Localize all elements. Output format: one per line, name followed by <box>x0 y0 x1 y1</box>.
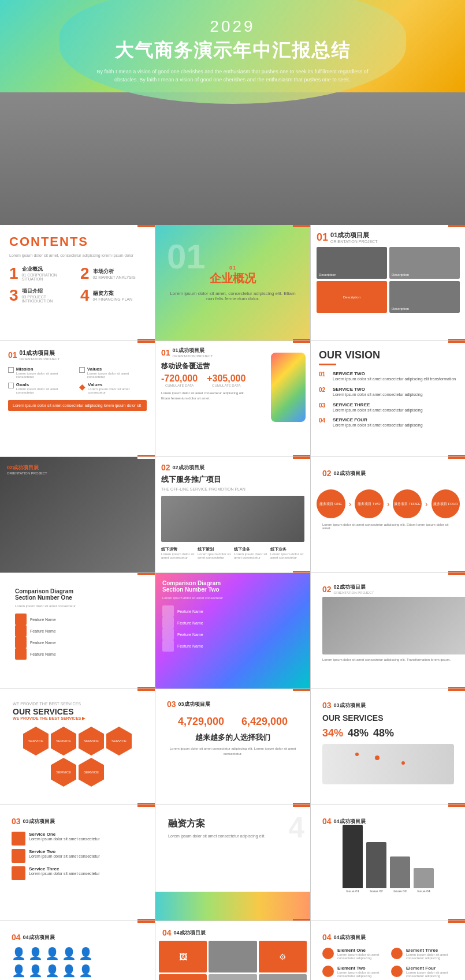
item-sub: 04 FINANCING PLAN <box>93 297 132 301</box>
element-icon <box>322 966 334 977</box>
offline-image <box>161 496 304 542</box>
corner-decoration <box>137 573 155 575</box>
item-number: 3 <box>9 287 18 304</box>
people-num: 03 <box>167 700 176 709</box>
bar-2 <box>366 842 386 888</box>
person-icon-gray: 👤 <box>28 964 43 978</box>
offline-num: 02 <box>161 463 170 472</box>
hero-year: 2029 <box>94 17 371 36</box>
elements-content: 04 04成功项目展 Element One Lorem ipsum dolor… <box>317 927 460 980</box>
map-dot <box>375 755 380 760</box>
feature-icon <box>15 625 27 637</box>
person-icon-gray: 👤 <box>12 964 26 978</box>
world-percentages: 34% 48% 48% <box>322 727 454 739</box>
slide-people-icons: 04 04成功项目展 👤 👤 👤 👤 👤 👤 👤 👤 👤 👤 <box>0 921 155 980</box>
keyboard-label: 02成功项目展 <box>334 583 374 591</box>
funnel-num: 04 <box>322 817 332 826</box>
person-icon: 👤 <box>12 947 26 960</box>
mobile-sublabel: ORIENTATION PROJECT <box>173 354 213 358</box>
map-dot <box>401 761 405 765</box>
proj-sub: ORIENTATION PROJECT <box>330 240 377 244</box>
corner-decoration-br <box>448 919 465 921</box>
person-icon: 👤 <box>79 947 93 960</box>
people-header: 03 03成功项目展 <box>161 695 304 711</box>
list-item: Feature Name <box>162 605 303 617</box>
funnel-bars: Issue 01 Issue 02 Issue 03 Issue 04 <box>322 829 454 899</box>
map-dot <box>355 753 359 756</box>
hero-title: 大气商务演示年中汇报总结 <box>94 38 371 63</box>
feature-text: Feature Name <box>30 641 56 645</box>
item-text: Lorem ipsum dolor sit amet consectetur <box>270 552 304 559</box>
service-title: SERVICE THREE <box>333 402 423 407</box>
feature-icon <box>162 629 174 640</box>
pct-1: 34% <box>322 727 343 739</box>
slide-contents: CONTENTS Lorem ipsum dolor sit amet, con… <box>0 225 155 341</box>
slide-people: 03 03成功项目展 4,729,000 6,429,000 越来越多的人选择我… <box>155 689 310 805</box>
list-item: Feature Name <box>15 648 140 660</box>
mission-bottom: Lorem ipsum dolor sit amet consectetur a… <box>8 400 147 411</box>
list-item: Issue 04 <box>414 868 434 893</box>
list-item: 04 SERVICE FOUR Lorem ipsum dolor sit am… <box>319 417 457 428</box>
keyboard-num: 02 <box>322 585 332 594</box>
stat-1: 4,729,000 <box>178 716 224 728</box>
bar-4 <box>414 868 434 888</box>
stat-num: 6,429,000 <box>241 716 288 728</box>
proj-image-2: Description <box>389 247 460 279</box>
feature-text: Feature Name <box>177 621 203 625</box>
info-content: 03 03成功项目展 Service One Lorem ipsum dolor… <box>6 811 149 886</box>
item-title: Goals <box>16 382 76 387</box>
corner-decoration <box>448 573 465 575</box>
hex-item: SERVICE <box>23 727 49 755</box>
corner-decoration <box>293 689 310 691</box>
bar-3 <box>390 856 410 888</box>
feature-icon <box>15 637 27 648</box>
compare-text: Lorem ipsum dolor sit amet consectetur <box>15 604 140 608</box>
list-item: 线下策划 Lorem ipsum dolor sit amet consecte… <box>198 547 232 559</box>
funding-text: Lorem ipsum dolor sit amet consectetur a… <box>168 833 297 840</box>
corner-decoration-br <box>293 919 310 921</box>
item-title: 融资方案 <box>93 290 132 297</box>
item-text: Lorem ipsum dolor sit amet consectetur <box>161 552 195 559</box>
list-item: Issue 01 <box>343 825 363 893</box>
world-content: 03 03成功项目展 OUR SERVICES 34% 48% 48% <box>317 695 460 790</box>
arrow-icon: › <box>349 499 352 508</box>
funnel-content: 04 04成功项目展 Issue 01 Issue 02 Issue 03 <box>317 811 460 904</box>
slide-project01-images: 01 01成功项目展 ORIENTATION PROJECT Descripti… <box>311 225 465 341</box>
diamond-icon: ◆ <box>79 382 85 391</box>
info-items: Service One Lorem ipsum dolor sit amet c… <box>12 832 143 880</box>
proj-title: 01成功项目展 <box>330 231 377 240</box>
service-text: Lorem ipsum dolor sit amet consectetur a… <box>333 376 456 382</box>
element-title: Element One <box>337 948 385 953</box>
people-stats: 4,729,000 6,429,000 <box>161 716 304 728</box>
info-text: Lorem ipsum dolor sit amet consectetur <box>29 837 100 841</box>
item-number: 2 <box>80 265 90 282</box>
funding-content: 4 融资方案 Lorem ipsum dolor sit amet consec… <box>161 811 304 847</box>
hero-subtitle: By faith I mean a vision of good one che… <box>94 68 371 84</box>
offline-header: 02 02成功项目展 <box>161 463 304 472</box>
item-title: Mission <box>16 366 76 372</box>
people-gray-row: 👤 👤 👤 👤 👤 <box>12 964 143 978</box>
info-title: Service Three <box>29 866 100 871</box>
item-text: Lorem ipsum dolor sit amet consectetur <box>16 372 76 379</box>
mobile-text: Lorem ipsum dolor sit amet consectetur a… <box>161 391 247 401</box>
service-num: 02 <box>319 387 329 393</box>
arrow-icon: › <box>425 499 428 508</box>
people-orange-row: 👤 👤 👤 👤 👤 <box>12 947 143 960</box>
keyboard-image <box>322 597 465 654</box>
list-item: 线下业务 Lorem ipsum dolor sit amet consecte… <box>234 547 268 559</box>
stat-num: 4,729,000 <box>178 716 224 728</box>
slide-04-elements: 04 04成功项目展 Element One Lorem ipsum dolor… <box>311 921 465 980</box>
slide-offline: 02 02成功项目展 线下服务推广项目 THE OFF-LINE SERVICE… <box>155 457 310 573</box>
list-item: 线下业务 Lorem ipsum dolor sit amet consecte… <box>270 547 304 559</box>
qiye-label: 01 <box>155 265 310 271</box>
circles-header: 02 02成功项目展 <box>317 463 460 478</box>
arrow-icon: › <box>387 499 390 508</box>
funnel-label: 04成功项目展 <box>334 818 366 825</box>
slide-03-info: 03 03成功项目展 Service One Lorem ipsum dolor… <box>0 805 155 921</box>
corner-decoration <box>293 225 310 227</box>
collage-num: 04 <box>162 928 172 937</box>
feature-text: Feature Name <box>30 618 56 622</box>
list-item: Feature Name <box>162 617 303 629</box>
circles-num: 02 <box>322 469 332 478</box>
service-title: SERVICE TWO <box>333 371 456 376</box>
